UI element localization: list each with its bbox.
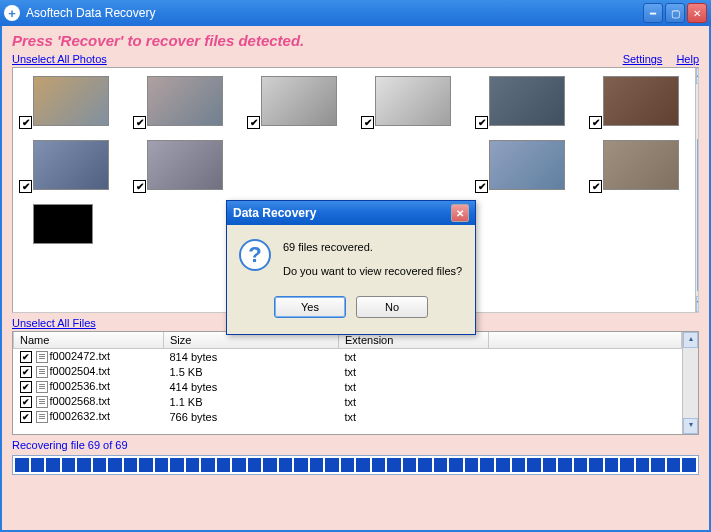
photo-item[interactable]: ✔ [133, 76, 235, 126]
file-extension: txt [339, 349, 489, 365]
photo-checkbox[interactable]: ✔ [589, 116, 602, 129]
thumbnail [33, 204, 93, 244]
progress-segment [605, 458, 619, 472]
photo-item[interactable]: ✔ [589, 76, 691, 126]
table-row[interactable]: ✔f0002568.txt1.1 KBtxt [14, 394, 682, 409]
thumbnail [147, 76, 223, 126]
progress-segment [558, 458, 572, 472]
scroll-thumb[interactable] [697, 138, 699, 292]
scroll-up-button[interactable]: ▴ [683, 332, 698, 348]
progress-segment [108, 458, 122, 472]
progress-segment [155, 458, 169, 472]
table-row[interactable]: ✔f0002536.txt414 bytestxt [14, 379, 682, 394]
progress-segment [62, 458, 76, 472]
photo-checkbox[interactable]: ✔ [19, 116, 32, 129]
progress-segment [46, 458, 60, 472]
table-row[interactable]: ✔f0002504.txt1.5 KBtxt [14, 364, 682, 379]
column-header-name[interactable]: Name [14, 332, 164, 349]
recovery-dialog: Data Recovery ✕ ? 69 files recovered. Do… [226, 200, 476, 335]
scroll-up-button[interactable]: ▴ [696, 68, 699, 84]
progress-segment [651, 458, 665, 472]
minimize-button[interactable]: ━ [643, 3, 663, 23]
settings-link[interactable]: Settings [623, 53, 663, 65]
file-checkbox[interactable]: ✔ [20, 411, 32, 423]
file-size: 1.1 KB [164, 394, 339, 409]
help-link[interactable]: Help [676, 53, 699, 65]
progress-segment [325, 458, 339, 472]
photo-item[interactable]: ✔ [361, 76, 463, 126]
photo-item[interactable]: ✔ [133, 140, 235, 190]
dialog-title-text: Data Recovery [233, 206, 451, 220]
progress-segment [170, 458, 184, 472]
dialog-close-button[interactable]: ✕ [451, 204, 469, 222]
photo-checkbox[interactable]: ✔ [475, 180, 488, 193]
photo-checkbox[interactable]: ✔ [247, 116, 260, 129]
column-header-blank[interactable] [489, 332, 682, 349]
progress-segment [139, 458, 153, 472]
file-icon [36, 411, 48, 423]
dialog-yes-button[interactable]: Yes [274, 296, 346, 318]
progress-segment [403, 458, 417, 472]
photo-checkbox[interactable]: ✔ [133, 180, 146, 193]
progress-segment [496, 458, 510, 472]
table-row[interactable]: ✔f0002472.txt814 bytestxt [14, 349, 682, 365]
progress-segment [77, 458, 91, 472]
file-scrollbar[interactable]: ▴ ▾ [682, 332, 698, 434]
file-checkbox[interactable]: ✔ [20, 396, 32, 408]
scroll-down-button[interactable]: ▾ [683, 418, 698, 434]
photo-item[interactable]: ✔ [19, 76, 121, 126]
photo-item[interactable]: ✔ [475, 76, 577, 126]
file-extension: txt [339, 394, 489, 409]
progress-segment [589, 458, 603, 472]
photo-checkbox[interactable]: ✔ [19, 180, 32, 193]
scroll-down-button[interactable]: ▾ [696, 296, 699, 312]
progress-segment [574, 458, 588, 472]
progress-segment [620, 458, 634, 472]
progress-segment [341, 458, 355, 472]
photo-item[interactable]: ✔ [247, 76, 349, 126]
file-checkbox[interactable]: ✔ [20, 351, 32, 363]
app-title: Asoftech Data Recovery [26, 6, 643, 20]
dialog-no-button[interactable]: No [356, 296, 428, 318]
photo-checkbox[interactable]: ✔ [589, 180, 602, 193]
thumbnail [261, 76, 337, 126]
unselect-all-files-link[interactable]: Unselect All Files [12, 317, 96, 329]
progress-segment [449, 458, 463, 472]
progress-segment [15, 458, 29, 472]
file-size: 414 bytes [164, 379, 339, 394]
file-name: f0002632.txt [50, 410, 111, 422]
progress-segment [512, 458, 526, 472]
file-name: f0002472.txt [50, 350, 111, 362]
photo-scrollbar[interactable]: ▴ ▾ [695, 68, 699, 312]
progress-segment [201, 458, 215, 472]
file-extension: txt [339, 364, 489, 379]
thumbnail [375, 76, 451, 126]
progress-segment [543, 458, 557, 472]
progress-segment [310, 458, 324, 472]
file-icon [36, 366, 48, 378]
photo-checkbox[interactable]: ✔ [133, 116, 146, 129]
question-icon: ? [239, 239, 271, 271]
maximize-button[interactable]: ▢ [665, 3, 685, 23]
progress-segment [217, 458, 231, 472]
close-button[interactable]: ✕ [687, 3, 707, 23]
thumbnail [489, 140, 565, 190]
thumbnail [603, 76, 679, 126]
table-row[interactable]: ✔f0002632.txt766 bytestxt [14, 409, 682, 424]
photo-item[interactable] [361, 140, 463, 190]
thumbnail [147, 140, 223, 190]
file-checkbox[interactable]: ✔ [20, 381, 32, 393]
photo-item[interactable] [247, 140, 349, 190]
thumbnail [603, 140, 679, 190]
photo-item[interactable]: ✔ [19, 140, 121, 190]
unselect-all-photos-link[interactable]: Unselect All Photos [12, 53, 107, 65]
photo-item[interactable]: ✔ [589, 140, 691, 190]
file-extension: txt [339, 379, 489, 394]
dialog-line1: 69 files recovered. [283, 239, 462, 257]
photo-checkbox[interactable]: ✔ [361, 116, 374, 129]
photo-item[interactable]: ✔ [475, 140, 577, 190]
photo-checkbox[interactable]: ✔ [475, 116, 488, 129]
file-checkbox[interactable]: ✔ [20, 366, 32, 378]
photo-item[interactable] [19, 204, 121, 244]
file-name: f0002504.txt [50, 365, 111, 377]
